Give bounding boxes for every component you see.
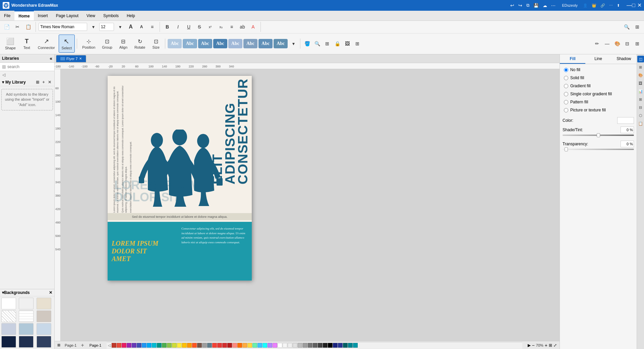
style-btn-3[interactable]: Abc <box>198 39 212 48</box>
style-btn-1[interactable]: Abc <box>168 39 182 48</box>
pencil-btn[interactable]: ✏ <box>592 39 602 48</box>
single-gradient-fill-option[interactable]: Single color gradient fill <box>563 91 634 97</box>
shapes-panel-btn[interactable]: ⊞ <box>633 22 642 32</box>
color-swatch[interactable] <box>152 343 157 348</box>
search-toolbar-btn[interactable]: 🔍 <box>622 22 631 32</box>
zoom-minus-btn[interactable]: − <box>532 343 535 348</box>
color-swatch[interactable] <box>298 343 302 348</box>
menu-home[interactable]: Home <box>14 11 34 20</box>
library-new-btn[interactable]: ⊞ <box>35 80 40 85</box>
pattern-fill-option[interactable]: Pattern fill <box>563 99 634 105</box>
style-btn-6[interactable]: Abc <box>243 39 257 48</box>
my-library-header[interactable]: ▾ My Library ⊞ + ✕ <box>0 79 54 86</box>
backgrounds-close-btn[interactable]: ✕ <box>49 290 52 295</box>
close-btn[interactable]: ✕ <box>637 3 641 7</box>
color-swatch[interactable] <box>132 343 136 348</box>
color-swatch[interactable] <box>242 343 247 348</box>
color-swatch[interactable] <box>338 343 343 348</box>
gradient-fill-radio[interactable] <box>564 84 568 88</box>
color-swatch[interactable] <box>217 343 222 348</box>
page-tab-flyer7[interactable]: Flyer 7 ✕ <box>56 55 86 62</box>
undo-icon[interactable]: ↩ <box>510 3 514 8</box>
position-tool[interactable]: ⊹ Position <box>79 35 98 53</box>
share-icon[interactable]: 🔗 <box>600 3 605 8</box>
shade-slider[interactable] <box>563 135 634 136</box>
color-swatch[interactable] <box>172 343 177 348</box>
expand-icon[interactable]: ⬆ <box>617 3 620 8</box>
transparency-thumb[interactable] <box>565 147 568 151</box>
color-swatch[interactable] <box>157 343 162 348</box>
color-swatch[interactable] <box>187 343 192 348</box>
maximize-btn[interactable]: □ <box>632 3 636 7</box>
style-btn-7[interactable]: Abc <box>258 39 273 48</box>
color-swatch[interactable] <box>117 343 121 348</box>
bg-thumb-6[interactable] <box>37 310 51 322</box>
color-swatch[interactable] <box>257 343 262 348</box>
bg-thumb-7[interactable] <box>1 323 16 335</box>
style-btn-8[interactable]: Abc <box>274 39 288 48</box>
italic-btn[interactable]: I <box>173 22 183 32</box>
connector-tool[interactable]: ↗ Connector <box>35 35 58 53</box>
line-tab[interactable]: Line <box>585 54 611 64</box>
pattern-fill-radio[interactable] <box>564 100 568 104</box>
color-swatch[interactable] <box>142 343 147 348</box>
table-panel-icon[interactable]: ⊞ <box>637 96 644 103</box>
color-swatch[interactable] <box>293 343 297 348</box>
style-btn-2[interactable]: Abc <box>183 39 197 48</box>
color-swatch[interactable] <box>112 343 116 348</box>
solid-fill-option[interactable]: Solid fill <box>563 75 634 81</box>
bg-thumb-9[interactable] <box>37 323 51 335</box>
line-style-btn[interactable]: — <box>602 39 612 48</box>
color-swatch[interactable] <box>247 343 252 348</box>
color-swatch[interactable] <box>278 343 282 348</box>
shape-tool[interactable]: ⬜ Shape <box>2 35 19 53</box>
color-swatch[interactable] <box>147 343 152 348</box>
window-controls[interactable]: — □ ✕ <box>627 3 641 7</box>
bg-thumb-1[interactable] <box>1 298 16 309</box>
data-panel-icon[interactable]: 📋 <box>637 120 644 127</box>
transparency-slider[interactable] <box>563 149 634 150</box>
color-swatch[interactable] <box>207 343 212 348</box>
font-name-input[interactable] <box>39 23 87 31</box>
image-panel-icon[interactable]: 🖼 <box>637 80 644 87</box>
color-swatch[interactable] <box>197 343 202 348</box>
color-swatch[interactable] <box>333 343 338 348</box>
bg-thumb-2[interactable] <box>19 298 34 309</box>
picture-fill-option[interactable]: Picture or texture fill <box>563 107 634 113</box>
bg-thumb-4[interactable] <box>1 310 16 322</box>
menu-help[interactable]: Help <box>123 11 139 20</box>
fullscreen-btn[interactable]: ⤢ <box>553 343 557 348</box>
menu-file[interactable]: File <box>0 11 14 20</box>
text-tool[interactable]: T Text <box>19 35 34 53</box>
size-panel-icon[interactable]: ⬡ <box>637 112 644 119</box>
color-swatch[interactable] <box>212 343 217 348</box>
color-swatch[interactable] <box>122 343 126 348</box>
fill-panel-icon[interactable]: ◫ <box>637 56 644 62</box>
color-swatch[interactable] <box>328 343 333 348</box>
paste-btn[interactable]: 📋 <box>23 22 33 32</box>
palette-prev[interactable]: ◁ <box>108 343 111 348</box>
bg-thumb-5[interactable] <box>19 310 34 322</box>
bg-thumb-11[interactable] <box>19 336 34 348</box>
arrange-panel-icon[interactable]: ⊟ <box>637 104 644 111</box>
fill-color-btn[interactable]: 🎨 <box>612 39 622 48</box>
color-swatch[interactable] <box>262 343 267 348</box>
bg-thumb-3[interactable] <box>37 298 51 309</box>
shade-thumb[interactable] <box>597 133 600 137</box>
color-swatch[interactable] <box>288 343 292 348</box>
bg-thumb-12[interactable] <box>37 336 51 348</box>
color-swatch[interactable] <box>137 343 141 348</box>
bg-thumb-10[interactable] <box>1 336 16 348</box>
color-swatch[interactable] <box>232 343 237 348</box>
align-left-btn[interactable]: ab <box>238 22 247 32</box>
arrange-btn[interactable]: ⊟ <box>623 39 632 48</box>
layout-toggle-btn[interactable]: ⊞ <box>57 343 60 347</box>
size-tool[interactable]: ⊡ Size <box>149 35 163 53</box>
library-add-btn[interactable]: + <box>41 80 46 85</box>
profile-icon[interactable]: 👤 <box>583 3 588 8</box>
color-swatch[interactable] <box>323 343 328 348</box>
no-fill-option[interactable]: No fill <box>563 67 634 73</box>
color-swatch[interactable] <box>162 343 167 348</box>
color-swatch[interactable] <box>353 343 358 348</box>
color-swatch[interactable] <box>268 343 272 348</box>
